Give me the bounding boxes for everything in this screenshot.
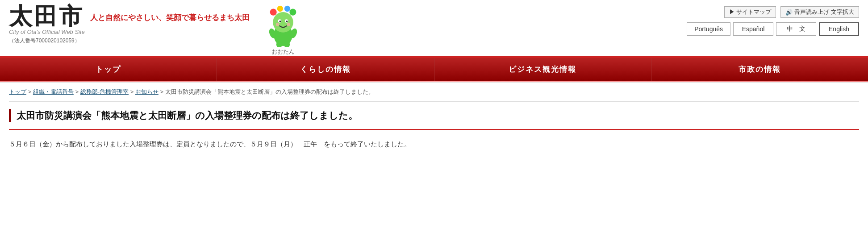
svg-point-10	[284, 6, 290, 12]
site-title: 太田市	[9, 4, 84, 28]
logo-area: 太田市 人と自然にやさしい、笑顔で暮らせるまち太田 City of Ota's …	[9, 4, 250, 45]
lang-button-spanish[interactable]: Español	[733, 22, 773, 36]
svg-point-11	[289, 9, 296, 16]
sitemap-button[interactable]: ▶ サイトマップ	[724, 6, 776, 18]
nav-item-living[interactable]: くらしの情報	[217, 58, 434, 81]
site-header: 太田市 人と自然にやさしい、笑顔で暮らせるまち太田 City of Ota's …	[0, 0, 868, 57]
page-title-section: 太田市防災講演会「熊本地震と太田断層」の入場整理券の配布は終了しました。	[0, 102, 868, 126]
lang-button-chinese[interactable]: 中 文	[776, 22, 816, 36]
breadcrumb-link-news[interactable]: お知らせ	[135, 88, 159, 95]
site-title-row: 太田市 人と自然にやさしい、笑顔で暮らせるまち太田	[9, 4, 250, 28]
lang-button-english[interactable]: English	[819, 22, 859, 36]
page-title: 太田市防災講演会「熊本地震と太田断層」の入場整理券の配布は終了しました。	[17, 109, 358, 122]
lang-button-portuguese[interactable]: Português	[687, 22, 730, 36]
main-navigation: トップ くらしの情報 ビジネス観光情報 市政の情報	[0, 57, 868, 81]
svg-point-9	[277, 6, 283, 12]
breadcrumb-separator: >	[28, 88, 33, 95]
svg-point-6	[276, 23, 280, 26]
speaker-icon: 🔊	[785, 9, 793, 16]
svg-point-5	[286, 21, 288, 22]
breadcrumb-link-soumu[interactable]: 総務部-危機管理室	[80, 88, 129, 95]
svg-point-8	[270, 9, 277, 16]
svg-point-1	[273, 12, 293, 33]
breadcrumb-separator-3: >	[130, 88, 135, 95]
svg-point-4	[279, 21, 281, 22]
mascot-image	[263, 4, 303, 47]
site-subtitle: City of Ota's Official Web Site	[9, 29, 250, 35]
audio-label: 音声読み上げ 文字拡大	[794, 8, 854, 16]
breadcrumb: トップ > 組織・電話番号 > 総務部-危機管理室 > お知らせ > 太田市防災…	[0, 83, 868, 101]
header-right: ▶ サイトマップ 🔊 音声読み上げ 文字拡大 Português Español…	[687, 4, 859, 36]
breadcrumb-link-org[interactable]: 組織・電話番号	[33, 88, 74, 95]
language-buttons: Português Español 中 文 English	[687, 22, 859, 36]
mascot-area: おおたん	[263, 4, 303, 56]
breadcrumb-current: 太田市防災講演会「熊本地震と太田断層」の入場整理券の配布は終了しました。	[165, 88, 374, 95]
svg-point-7	[287, 23, 291, 26]
mascot-name: おおたん	[271, 48, 295, 56]
corp-number: （法人番号7000020102059）	[9, 37, 250, 45]
nav-item-city[interactable]: 市政の情報	[651, 58, 868, 81]
page-title-bar-accent	[9, 109, 11, 122]
site-tagline: 人と自然にやさしい、笑顔で暮らせるまち太田	[90, 12, 250, 23]
nav-item-top[interactable]: トップ	[0, 58, 217, 81]
body-text: ５月６日（金）から配布しておりました入場整理券は、定員となりましたので、５月９日…	[0, 130, 868, 158]
audio-button[interactable]: 🔊 音声読み上げ 文字拡大	[780, 6, 859, 18]
top-right-controls: ▶ サイトマップ 🔊 音声読み上げ 文字拡大	[724, 6, 859, 18]
breadcrumb-separator-4: >	[160, 88, 165, 95]
nav-item-business[interactable]: ビジネス観光情報	[434, 58, 651, 81]
breadcrumb-separator-2: >	[75, 88, 80, 95]
breadcrumb-link-top[interactable]: トップ	[9, 88, 26, 95]
